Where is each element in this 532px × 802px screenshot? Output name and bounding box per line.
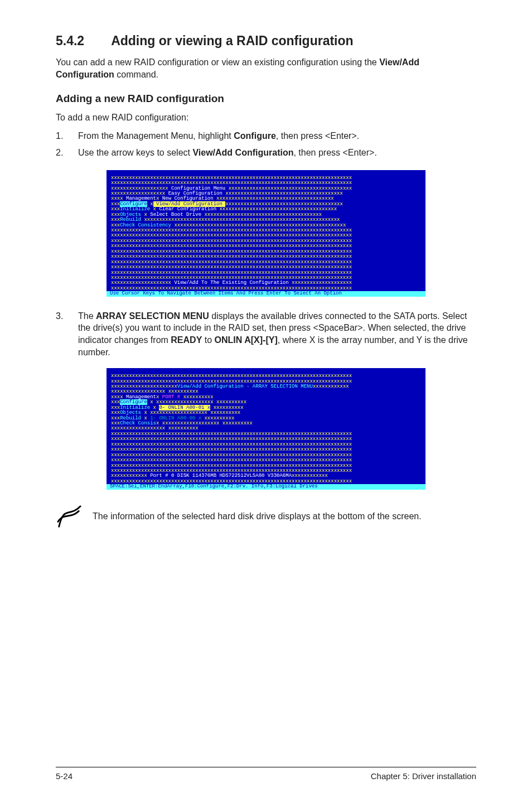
step-pre: Use the arrow keys to select <box>78 148 192 157</box>
step-pre: From the Management Menu, highlight <box>78 131 234 141</box>
section-number: 5.4.2 <box>56 32 84 50</box>
fill: xxxxxxxxxxxxxxxxxx <box>111 426 165 431</box>
page-number: 5-24 <box>56 771 72 782</box>
bold: READY <box>171 335 202 345</box>
step-text: Use the arrow keys to select View/Add Co… <box>78 147 476 159</box>
fill: xxxxxxxxxxxxxxxxxxxx <box>111 280 174 286</box>
step-item: 2. Use the arrow keys to select View/Add… <box>56 147 476 159</box>
drive-info: Port # 0 DISK 114376MB HDS722512VLSA80 V… <box>150 473 292 479</box>
intro-text-b: command. <box>114 70 158 79</box>
chapter-label: Chapter 5: Driver installation <box>371 771 476 782</box>
txt: The <box>78 311 96 321</box>
note-text: The information of the selected hard dis… <box>93 510 422 523</box>
step-index: 1. <box>56 130 78 142</box>
status-bar: SPACE:Sel,ENTER:EndArray,F10:Configure,F… <box>107 484 425 489</box>
step-post: , then press <Enter>. <box>293 148 376 157</box>
section-title-text: Adding or viewing a RAID configuration <box>111 33 353 48</box>
bios-screenshot-array-selection: xxxxxxxxxxxxxxxxxxxxxxxxxxxxxxxxxxxxxxxx… <box>107 368 425 490</box>
subsection-heading: Adding a new RAID configuration <box>56 91 476 106</box>
step-post: , then press <Enter>. <box>276 131 359 141</box>
fill: xxxxxxxxxx <box>223 421 253 426</box>
fill: xxxxxxxxxxxx <box>111 473 150 479</box>
intro-text-a: You can add a new RAID configuration or … <box>56 57 379 67</box>
note-block: The information of the selected hard dis… <box>56 503 476 530</box>
bios-screenshot-configuration-menu: xxxxxxxxxxxxxxxxxxxxxxxxxxxxxxxxxxxxxxxx… <box>107 170 425 297</box>
note-icon <box>56 503 83 530</box>
status-bar: Use Cursor Keys To Navigate Between Item… <box>107 291 425 296</box>
fill: xxxxxxxxxxxxxxxxxxxx <box>289 280 352 286</box>
section-heading: 5.4.2Adding or viewing a RAID configurat… <box>56 32 476 50</box>
txt: to <box>202 335 214 345</box>
lead-text: To add a new RAID configuration: <box>56 112 476 124</box>
steps-list: 1. From the Management Menu, highlight C… <box>56 130 476 158</box>
step-bold: Configure <box>234 131 276 141</box>
step-item: 3. The ARRAY SELECTION MENU displays the… <box>56 310 476 358</box>
step-item: 1. From the Management Menu, highlight C… <box>56 130 476 142</box>
step-text: The ARRAY SELECTION MENU displays the av… <box>78 310 476 358</box>
page-footer: 5-24 Chapter 5: Driver installation <box>56 761 476 782</box>
step-index: 3. <box>56 310 78 358</box>
menu-item-new: New Configuration <box>159 196 213 201</box>
step-text: From the Management Menu, highlight Conf… <box>78 130 476 142</box>
bold: ONLIN A[X]-[Y] <box>215 335 278 345</box>
intro-paragraph: You can add a new RAID configuration or … <box>56 56 476 80</box>
step-index: 2. <box>56 147 78 159</box>
fill: xxxxxxxxxxxx <box>292 473 328 479</box>
bold: ARRAY SELECTION MENU <box>96 311 209 321</box>
message-text: View/Add To The Existing Configuration <box>174 280 288 286</box>
step-bold: View/Add Configuration <box>192 148 293 157</box>
fill: xxxxxxxxxxxx <box>313 384 349 389</box>
fill: xxxxxxxxxx <box>168 426 199 431</box>
